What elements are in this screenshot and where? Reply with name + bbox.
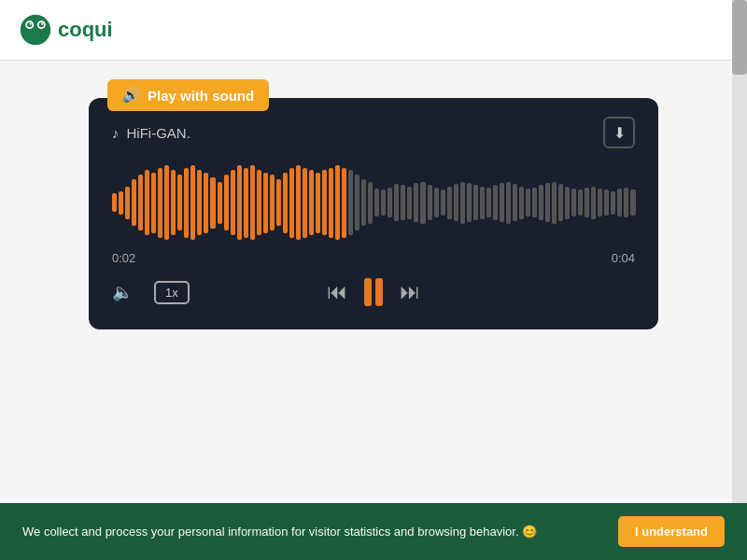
waveform-bar [598,189,602,217]
music-note-icon: ♪ [112,125,120,141]
waveform-bar [519,187,524,219]
speaker-icon: 🔊 [122,87,140,104]
waveform-bar [486,188,491,217]
waveform-bar [414,183,418,222]
player-title: ♪ HiFi-GAN. [112,125,190,141]
player-title-bar: ♪ HiFi-GAN. ⬇ [107,117,640,148]
audio-player-wrapper: 🔊 Play with sound ♪ HiFi-GAN. ⬇ [89,98,658,329]
waveform-bar [585,188,589,217]
player-controls: 🔈 1x ⏮ ⏭ [107,278,640,306]
waveform-bar [303,168,307,238]
scrollbar-thumb[interactable] [732,0,747,75]
waveform-bar [151,173,156,233]
waveform-bar [329,168,333,238]
volume-button[interactable]: 🔈 [112,282,133,302]
speed-label: 1x [165,286,178,300]
waveform-bar [434,188,439,217]
waveform-bar [420,182,425,224]
waveform-bar [401,185,405,220]
scrollbar-track[interactable] [732,0,747,560]
waveform-bar [197,170,202,235]
waveform-bar [335,165,340,240]
svg-point-6 [41,23,43,25]
waveform-bar [604,189,609,216]
waveform-bar [171,170,176,235]
waveform-bar [224,175,229,231]
waveform-bar [289,168,294,238]
waveform-bar [513,184,517,221]
waveform-bar [204,173,208,233]
total-time: 0:04 [612,251,635,265]
waveform-bar [545,183,550,222]
waveform-bar [257,170,261,235]
waveform-bar [316,173,320,233]
time-display: 0:02 0:04 [107,251,640,265]
cookie-message: We collect and process your personal inf… [22,525,599,539]
waveform-bar [368,182,373,224]
waveform-bar [283,173,288,233]
waveform-bar [374,189,379,217]
pause-bar-right [375,278,383,306]
waveform-bar [467,183,472,222]
waveform-bar [526,189,530,217]
pause-button[interactable] [364,278,383,306]
waveform-bar [158,168,162,238]
waveform-bar [250,165,255,240]
rewind-button[interactable]: ⏮ [327,280,347,304]
waveform-container[interactable] [112,165,635,240]
track-name: HiFi-GAN. [127,125,190,141]
waveform [112,165,635,240]
waveform-bar [296,165,301,240]
waveform-bar [237,165,242,240]
download-icon: ⬇ [613,124,626,142]
waveform-bar [447,187,452,219]
waveform-bar [322,170,327,235]
waveform-bar [348,170,353,235]
header: coqui [0,0,747,61]
waveform-bar [218,182,222,224]
waveform-bar [591,187,596,219]
waveform-bar [407,187,412,219]
pause-bar-left [364,278,372,306]
waveform-bar [558,184,563,221]
waveform-bar [493,185,498,220]
waveform-bar [388,188,392,217]
waveform-bar [231,170,235,235]
audio-player: ♪ HiFi-GAN. ⬇ 0:02 0:04 [89,98,658,329]
waveform-bar [276,179,281,226]
waveform-bar [480,187,485,219]
waveform-bar [394,184,399,221]
waveform-bar [210,177,215,229]
waveform-bar [552,182,557,224]
waveform-bar [611,191,615,215]
waveform-bar [381,189,386,216]
waveform-bar [500,183,504,222]
waveform-bar [441,189,445,216]
svg-point-0 [21,15,50,45]
waveform-bar [125,187,130,219]
waveform-bar [244,168,248,238]
waveform-bar [624,188,628,217]
waveform-bar [190,165,195,240]
logo: coqui [19,13,113,47]
svg-point-4 [39,22,44,27]
play-with-sound-button[interactable]: 🔊 Play with sound [107,79,269,111]
cookie-understand-button[interactable]: I understand [618,516,725,547]
waveform-bar [630,189,635,216]
waveform-bar [184,168,189,238]
download-button[interactable]: ⬇ [603,117,635,148]
waveform-bar [361,179,366,226]
current-time: 0:02 [112,251,135,265]
waveform-bar [145,170,149,235]
svg-point-5 [30,23,32,25]
waveform-bar [309,170,314,235]
cookie-banner: We collect and process your personal inf… [0,503,747,560]
waveform-bar [263,173,268,233]
waveform-bar [138,175,143,231]
waveform-bar [532,188,537,217]
waveform-bar [270,175,275,231]
speed-button[interactable]: 1x [154,281,190,304]
forward-button[interactable]: ⏭ [400,280,420,304]
waveform-bar [565,187,570,219]
coqui-logo-icon [19,13,52,47]
